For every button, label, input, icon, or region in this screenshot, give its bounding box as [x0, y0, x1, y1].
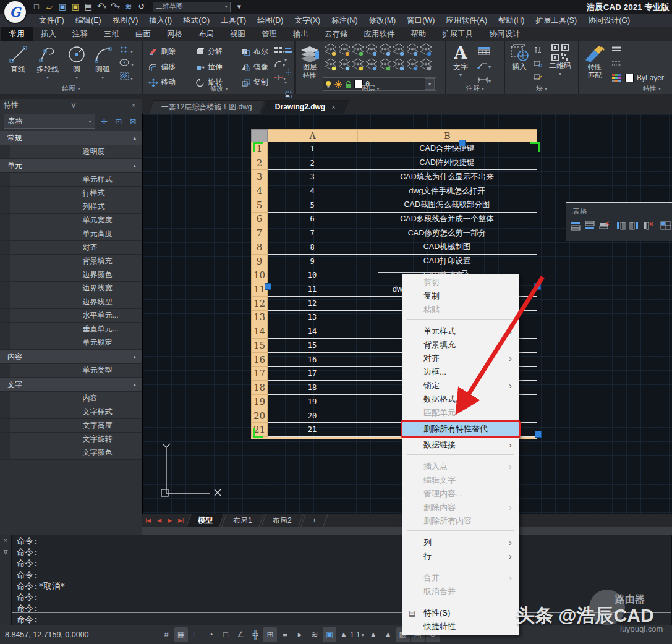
- redo-icon[interactable]: ↷▾: [111, 0, 120, 14]
- table-cell-b[interactable]: CAD合并快捷键: [357, 142, 537, 156]
- menu-item[interactable]: 应用软件(A): [440, 14, 493, 27]
- table-row-header[interactable]: 14: [251, 324, 268, 339]
- qr-code-button[interactable]: 二维码 ▾: [545, 44, 576, 78]
- menu-item[interactable]: 标注(N): [326, 14, 363, 27]
- menu-item-data-link[interactable]: 数据链接: [402, 438, 519, 452]
- snap-grid-icon[interactable]: #: [159, 627, 173, 642]
- ribbon-tab[interactable]: 帮助: [403, 27, 435, 41]
- table-grip[interactable]: [459, 140, 466, 146]
- menu-item-lock[interactable]: 锁定: [402, 379, 519, 392]
- menu-item[interactable]: 修改(M): [364, 14, 402, 27]
- menu-item-columns[interactable]: 列: [402, 536, 519, 549]
- menu-item-manage-content[interactable]: 管理内容...: [402, 487, 519, 501]
- table-column-header[interactable]: B: [357, 129, 537, 142]
- palette-row[interactable]: 单元高度 0.2810: [0, 227, 142, 241]
- menu-item-merge[interactable]: 合并: [402, 571, 519, 585]
- table-cell-a[interactable]: 2: [268, 156, 357, 171]
- offset-button[interactable]: 偏移: [148, 62, 176, 72]
- last-layout-icon[interactable]: ▶|: [175, 517, 187, 523]
- palette-row[interactable]: 单元宽度 1.7963: [0, 214, 142, 227]
- table-row-header[interactable]: 13: [251, 311, 268, 325]
- palette-row[interactable]: 垂直单元... 0.0600: [0, 323, 142, 336]
- layout-tab[interactable]: 布局2: [261, 514, 303, 527]
- prev-layout-icon[interactable]: ◀: [154, 517, 164, 523]
- insert-column-right-icon[interactable]: [629, 221, 639, 232]
- menu-item[interactable]: 文字(X): [289, 14, 326, 27]
- palette-row[interactable]: 文字: [0, 378, 142, 392]
- menu-item[interactable]: 编辑(E): [70, 14, 107, 27]
- selection-cycling-icon[interactable]: ▸: [293, 627, 307, 642]
- table-cell-b[interactable]: CAD填充为什么显示不出来: [357, 170, 537, 184]
- menu-item-remove-property-overrides[interactable]: 删除所有特性替代: [402, 422, 519, 436]
- angle-snap-icon[interactable]: ∠: [234, 627, 247, 642]
- delete-row-icon[interactable]: [598, 221, 610, 232]
- fillet-button[interactable]: ▾: [274, 60, 285, 69]
- menu-item[interactable]: 文件(F): [33, 14, 70, 27]
- menu-item-background-fill[interactable]: 背景填充: [402, 338, 519, 352]
- insert-block-button[interactable]: 插入: [508, 44, 530, 71]
- table-row-header[interactable]: 3: [251, 170, 268, 184]
- table-cell-a[interactable]: 18: [268, 381, 357, 395]
- table-cell-a[interactable]: 16: [268, 353, 357, 367]
- explode-button[interactable]: 分解: [195, 46, 223, 57]
- color-selector[interactable]: ByLayer: [625, 74, 664, 82]
- ellipse-button[interactable]: ▾: [119, 58, 134, 69]
- layer-tool-icon[interactable]: [351, 57, 365, 72]
- text-button[interactable]: A 文字 ▾: [450, 44, 471, 80]
- table-row-header[interactable]: 7: [251, 226, 268, 240]
- layer-tool-icon[interactable]: [338, 57, 351, 72]
- close-icon[interactable]: ×: [129, 101, 138, 109]
- table-cell-a[interactable]: 17: [268, 367, 357, 381]
- object-type-combo[interactable]: 表格▾: [4, 114, 95, 129]
- isodraft-icon[interactable]: ≋: [308, 627, 321, 642]
- save-icon[interactable]: ▣: [58, 1, 67, 13]
- table-row-header[interactable]: 16: [251, 353, 268, 367]
- table-cell-b[interactable]: CAD机械制图: [357, 240, 537, 255]
- palette-row[interactable]: 单元类型 文字: [0, 364, 142, 378]
- menu-item-cut[interactable]: 剪切: [402, 276, 519, 289]
- layer-tool-icon[interactable]: [406, 43, 419, 57]
- panel-label-block[interactable]: 块 ▾: [505, 84, 578, 93]
- ortho-icon[interactable]: ∟: [189, 627, 203, 642]
- table-row-header[interactable]: 19: [251, 395, 268, 409]
- palette-row[interactable]: 边界颜色 ByBlock: [0, 268, 142, 282]
- delete-column-icon[interactable]: [642, 221, 653, 232]
- table-row-header[interactable]: 5: [251, 198, 268, 213]
- annotation-scale-control[interactable]: ▲ 1:1 ▾: [338, 627, 365, 642]
- recover-icon[interactable]: ↺: [137, 1, 146, 13]
- table-row-header[interactable]: 9: [251, 255, 268, 269]
- table-row-header[interactable]: 6: [251, 213, 268, 227]
- menu-item-delete-all-content[interactable]: 删除所有内容: [402, 514, 519, 528]
- print-icon[interactable]: ▤: [84, 1, 93, 13]
- select-add-icon[interactable]: ✛: [98, 117, 109, 126]
- boolean-button[interactable]: 布尔: [241, 46, 268, 57]
- clean-screen-icon[interactable]: ▣: [323, 627, 336, 642]
- table-cell-a[interactable]: 11: [268, 282, 357, 297]
- ribbon-tab[interactable]: 输出: [285, 27, 317, 41]
- palette-row[interactable]: 透明度 ByLayer: [0, 145, 142, 159]
- table-corner-cell[interactable]: [251, 129, 268, 142]
- stretch-button[interactable]: 拉伸: [195, 62, 223, 72]
- layer-tool-icon[interactable]: [419, 57, 433, 72]
- table-row-header[interactable]: 15: [251, 339, 268, 353]
- table-cell-a[interactable]: 21: [268, 423, 357, 437]
- document-tab[interactable]: 一套12层综合楼施工图.dwg: [148, 100, 266, 114]
- menu-item-align[interactable]: 对齐: [402, 352, 519, 365]
- menu-item-match-cell[interactable]: 匹配单元: [402, 406, 519, 420]
- erase-button[interactable]: 删除: [148, 46, 176, 57]
- layer-tool-icon[interactable]: [392, 57, 406, 72]
- first-layout-icon[interactable]: |◀: [142, 517, 154, 523]
- layer-tool-icon[interactable]: [324, 57, 338, 72]
- annotation-visibility-icon[interactable]: ▲: [367, 627, 380, 642]
- ribbon-tab[interactable]: 布局: [190, 27, 222, 41]
- ribbon-tab[interactable]: 管理: [253, 27, 285, 41]
- table-row-header[interactable]: 2: [251, 156, 268, 171]
- object-snap-icon[interactable]: □: [219, 627, 232, 642]
- palette-row[interactable]: 边界线宽 ByBlock: [0, 282, 142, 295]
- table-cell-b[interactable]: dwg文件手机怎么打开: [357, 184, 537, 198]
- palette-row[interactable]: 单元锁定 内容已锁定: [0, 336, 142, 350]
- menu-item[interactable]: 帮助(H): [493, 14, 530, 27]
- table-column-header[interactable]: A: [268, 129, 357, 142]
- dynamic-input-icon[interactable]: ⊞: [263, 627, 277, 642]
- ribbon-tab[interactable]: 网格: [159, 27, 190, 41]
